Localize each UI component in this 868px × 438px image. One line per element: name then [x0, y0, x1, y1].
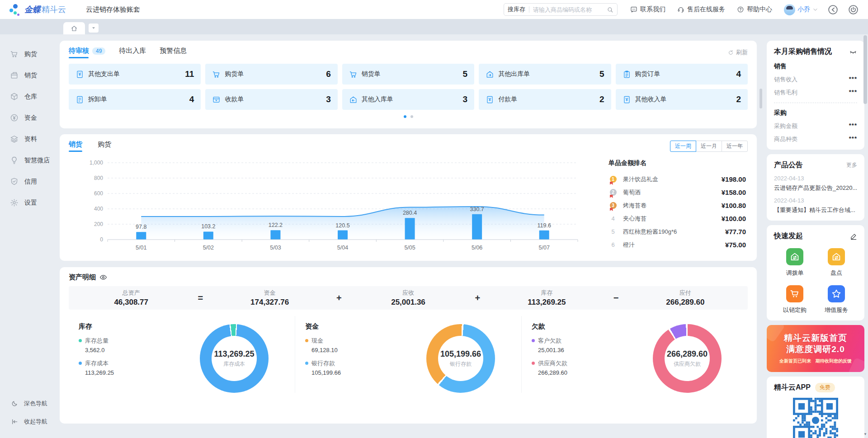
- rank-icon: 2: [609, 189, 618, 196]
- search-input[interactable]: [533, 6, 607, 13]
- range-button-2[interactable]: 近一年: [722, 141, 748, 152]
- quick-actions-title: 快速发起: [774, 231, 850, 241]
- announcements-card: 产品公告 更多 2022-04-13云进销存产品更新公告_20220...202…: [767, 154, 864, 221]
- header-link-headset[interactable]: 售后在线服务: [677, 5, 725, 14]
- announcement-date: 2022-04-13: [774, 175, 857, 182]
- doc-card-4[interactable]: 购货订单4: [616, 64, 748, 85]
- pending-tab-0[interactable]: 待审核49: [69, 47, 105, 58]
- sidebar-item-sell[interactable]: 销货: [0, 65, 52, 86]
- donut-center-label: 供应商欠款: [674, 360, 701, 368]
- doc-card-count: 4: [736, 69, 741, 79]
- doc-card-6[interactable]: 收款单3: [205, 89, 337, 110]
- quick-action-0[interactable]: 调拨单: [774, 248, 816, 277]
- range-button-1[interactable]: 近一月: [696, 141, 722, 152]
- layers-icon: [10, 135, 19, 143]
- doc-card-7[interactable]: 其他入库单3: [342, 89, 474, 110]
- ranking-item: 1果汁饮品礼盒¥198.00: [609, 173, 746, 186]
- donut-chart-0: 113,269.25库存成本: [200, 324, 269, 393]
- range-button-0[interactable]: 近一周: [670, 141, 696, 152]
- asset-panel-title: 资金: [305, 322, 426, 331]
- announcement-link[interactable]: 云进销存产品更新公告_20220...: [774, 184, 857, 192]
- svg-text:5/07: 5/07: [539, 245, 550, 251]
- formula-label: 总资产: [69, 289, 193, 297]
- user-menu[interactable]: 小乔: [784, 4, 818, 15]
- legend-value: 69,128.10: [311, 347, 338, 353]
- legend-item: 库存成本113,269.25: [79, 359, 200, 376]
- headset-icon: [677, 6, 684, 13]
- app-promo-card: 精斗云APP 免费: [767, 377, 864, 438]
- doc-card-0[interactable]: 其他支出单11: [69, 64, 201, 85]
- survey-banner[interactable]: 精斗云新版首页 满意度调研2.0 全新首页已到来 期待收到您的反馈: [767, 325, 864, 372]
- quick-action-1[interactable]: 盘点: [816, 248, 857, 277]
- eye-icon[interactable]: [99, 273, 107, 281]
- sidebar-item-cart[interactable]: 购货: [0, 43, 52, 65]
- asset-panel-info: 库存库存总量3,562.0库存成本113,269.25: [79, 322, 200, 393]
- header-link-chat[interactable]: 联系我们: [630, 5, 665, 14]
- carousel-dot-1[interactable]: [410, 115, 413, 118]
- sidebar-footer-moon[interactable]: 深色导航: [0, 395, 52, 413]
- formula-value: 113,269.25: [484, 298, 609, 307]
- ranking-item: 5西红柿意粉酱190g*6¥77.70: [609, 225, 746, 238]
- page-scrollbar-thumb[interactable]: [863, 35, 867, 104]
- doc-card-8[interactable]: 付款单2: [479, 89, 611, 110]
- more-link[interactable]: 更多: [846, 161, 857, 169]
- eye-closed-icon[interactable]: [849, 48, 857, 56]
- doc-card-3[interactable]: 其他出库单5: [479, 64, 611, 85]
- main-scrollbar-thumb[interactable]: [760, 89, 762, 108]
- sidebar-item-bulb[interactable]: 智慧微店: [0, 150, 52, 171]
- sidebar-item-shield[interactable]: 信用: [0, 171, 52, 192]
- back-icon[interactable]: [827, 4, 839, 15]
- search-category-selector[interactable]: 搜库存: [508, 5, 525, 14]
- header-link-label: 联系我们: [640, 5, 665, 14]
- svg-text:280.4: 280.4: [403, 210, 417, 216]
- tab-list-dropdown[interactable]: [89, 24, 99, 33]
- ranking-product-name: 果汁饮品礼盒: [623, 175, 717, 184]
- doc-card-1[interactable]: 购货单6: [205, 64, 337, 85]
- donut-ring: 113,269.25库存成本: [200, 324, 269, 393]
- pending-tab-2[interactable]: 预警信息: [160, 47, 187, 58]
- carousel-dot-0[interactable]: [404, 115, 406, 118]
- refresh-button[interactable]: 刷新: [728, 48, 748, 57]
- scroll-down-arrow[interactable]: ▼: [863, 432, 868, 436]
- search-icon[interactable]: [607, 6, 613, 13]
- sales-tab-0[interactable]: 销货: [69, 140, 82, 152]
- banner-line1: 精斗云新版首页: [784, 333, 847, 344]
- formula-label: 应付: [623, 289, 748, 297]
- pending-tab-1[interactable]: 待出入库: [119, 47, 146, 58]
- legend-label: 银行存款: [311, 359, 341, 367]
- edit-icon[interactable]: [850, 233, 857, 240]
- sales-tab-1[interactable]: 购货: [98, 140, 111, 152]
- sidebar-item-cube[interactable]: 仓库: [0, 86, 52, 107]
- logout-power-icon[interactable]: [848, 4, 859, 15]
- doc-card-count: 5: [463, 69, 468, 79]
- svg-text:5/01: 5/01: [136, 245, 146, 251]
- quick-action-2[interactable]: 以销定购: [774, 285, 816, 314]
- bill-icon: [623, 95, 631, 104]
- doc-card-2[interactable]: 销货单5: [342, 64, 474, 85]
- brand-logo[interactable]: 金蝶精斗云: [9, 4, 66, 15]
- app-header: 金蝶精斗云 云进销存体验账套 搜库存 联系我们售后在线服务帮助中心 小乔: [0, 0, 868, 19]
- page-scrollbar[interactable]: ▼: [863, 20, 868, 438]
- quick-action-3[interactable]: 增值服务: [816, 285, 857, 314]
- sidebar-item-label: 资金: [24, 114, 37, 122]
- sidebar-item-gear[interactable]: 设置: [0, 192, 52, 213]
- header-link-help[interactable]: 帮助中心: [737, 5, 772, 14]
- sidebar-item-layers[interactable]: 资料: [0, 128, 52, 150]
- doc-card-5[interactable]: 拆卸单4: [69, 89, 201, 110]
- ranking-product-name: 烤海苔卷: [623, 202, 717, 210]
- ranking-product-name: 西红柿意粉酱190g*6: [623, 228, 721, 236]
- doc-card-9[interactable]: 其他收入单2: [616, 89, 748, 110]
- rank-number: 6: [611, 241, 614, 248]
- tab-home[interactable]: [63, 22, 85, 34]
- house-swap-icon: [786, 248, 803, 265]
- rank-icon: 6: [609, 241, 618, 248]
- formula-stat-0: 总资产46,308.77: [69, 289, 193, 307]
- announcement-link[interactable]: 【重要通知】精斗云工作台域...: [774, 206, 857, 214]
- main-content: 待审核49待出入库预警信息 刷新 其他支出单11购货单6销货单5其他出库单5购货…: [52, 34, 763, 438]
- sidebar-footer-collapse[interactable]: 收起导航: [0, 413, 52, 431]
- ranking-product-name: 橙汁: [623, 241, 721, 249]
- quick-action-label: 以销定购: [783, 306, 807, 314]
- sidebar-item-yen[interactable]: 资金: [0, 107, 52, 128]
- search-box: 搜库存: [504, 3, 618, 16]
- sidebar-item-label: 购货: [24, 50, 37, 58]
